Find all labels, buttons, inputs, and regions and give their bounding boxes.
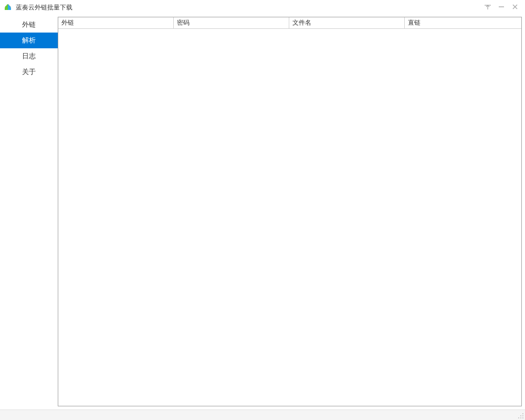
resize-grip[interactable] [517,412,524,419]
minimize-button[interactable] [495,1,508,13]
svg-point-5 [522,413,523,414]
column-header-password[interactable]: 密码 [174,17,289,29]
window-controls [481,1,522,13]
close-button[interactable] [508,1,522,13]
statusbar [0,410,525,420]
svg-point-9 [520,417,521,418]
column-header-label: 直链 [408,18,421,27]
titlebar: 蓝奏云外链批量下载 [0,0,525,15]
sidebar-item-label: 关于 [22,67,36,77]
results-table[interactable]: 外链 密码 文件名 直链 [58,17,522,406]
sidebar-item-label: 外链 [22,20,36,29]
sidebar-item-about[interactable]: 关于 [0,64,58,80]
column-header-direct-link[interactable]: 直链 [405,17,521,29]
column-header-link[interactable]: 外链 [58,17,174,29]
app-icon [3,3,13,12]
pin-button[interactable] [481,1,495,13]
column-header-filename[interactable]: 文件名 [289,17,405,29]
content-panel: 外链 密码 文件名 直链 [58,15,525,410]
sidebar-item-label: 解析 [22,36,36,45]
svg-point-8 [518,417,519,418]
sidebar-item-external-link[interactable]: 外链 [0,17,58,33]
svg-point-6 [520,415,521,416]
table-header-row: 外链 密码 文件名 直链 [58,17,521,29]
sidebar: 外链 解析 日志 关于 [0,15,58,410]
svg-point-10 [522,417,523,418]
sidebar-item-label: 日志 [22,51,36,61]
column-header-label: 文件名 [292,18,311,27]
main-area: 外链 解析 日志 关于 外链 密码 文件名 直链 [0,15,525,410]
sidebar-item-log[interactable]: 日志 [0,48,58,64]
column-header-label: 密码 [177,18,190,27]
svg-point-7 [522,415,523,416]
sidebar-item-parse[interactable]: 解析 [0,33,58,48]
window-title: 蓝奏云外链批量下载 [16,3,72,12]
column-header-label: 外链 [61,18,74,27]
